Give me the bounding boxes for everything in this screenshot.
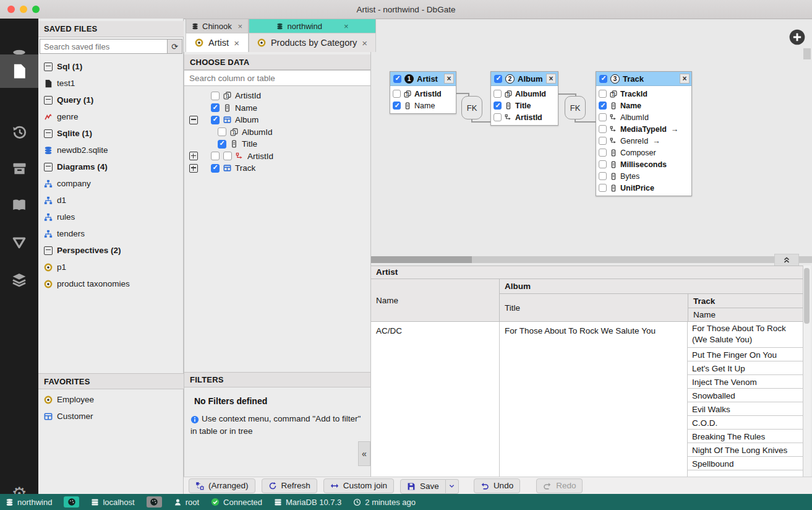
checkbox[interactable] xyxy=(599,137,607,145)
tree-column-artistid[interactable]: ArtistId xyxy=(184,90,370,102)
tab-artist[interactable]: Artist × xyxy=(186,33,249,52)
status-server[interactable]: localhost xyxy=(91,498,134,507)
close-icon[interactable]: × xyxy=(344,22,349,31)
grid-cell-track[interactable]: Let's Get It Up xyxy=(688,361,803,375)
save-button[interactable]: Save xyxy=(400,479,446,494)
collapse-icon[interactable] xyxy=(44,63,53,71)
checkbox[interactable] xyxy=(393,90,401,98)
status-user[interactable]: root xyxy=(174,498,199,507)
checkbox[interactable] xyxy=(599,125,607,133)
favorite-item-customer[interactable]: Customer xyxy=(38,408,184,425)
collapse-icon[interactable] xyxy=(44,96,53,105)
collapse-panel-button[interactable]: « xyxy=(358,441,370,466)
save-options-dropdown[interactable] xyxy=(446,479,459,494)
saved-files-search-input[interactable] xyxy=(40,39,167,54)
designer-column[interactable]: Milliseconds xyxy=(596,158,691,170)
status-database[interactable]: northwind xyxy=(6,498,52,507)
tree-group-sqlite[interactable]: Sqlite (1) xyxy=(38,125,184,142)
archive-nav-icon[interactable] xyxy=(0,152,38,185)
checkbox[interactable] xyxy=(599,113,607,121)
grid-column-title[interactable]: Title xyxy=(500,294,688,322)
fk-join-badge[interactable]: FK xyxy=(565,96,586,119)
checkbox[interactable] xyxy=(494,75,502,83)
tree-item-newdb2[interactable]: newdb2.sqlite xyxy=(38,142,184,158)
close-icon[interactable]: × xyxy=(234,38,239,48)
close-icon[interactable]: × xyxy=(680,74,690,84)
refresh-saved-files-button[interactable]: ⟳ xyxy=(167,39,182,54)
checkbox[interactable] xyxy=(494,102,502,110)
collapse-icon[interactable] xyxy=(44,129,53,138)
designer-column[interactable]: Title xyxy=(491,100,558,111)
horizontal-scrollbar-thumb[interactable] xyxy=(371,256,472,263)
checkbox[interactable] xyxy=(599,172,607,180)
close-icon[interactable]: × xyxy=(237,22,242,31)
checkbox[interactable] xyxy=(599,160,607,168)
grid-cell-track[interactable]: C.O.D. xyxy=(688,416,803,430)
collapse-icon[interactable] xyxy=(189,116,198,124)
layers-nav-icon[interactable] xyxy=(0,263,38,296)
tree-fk-artistid[interactable]: ArtistId xyxy=(184,150,370,163)
designer-column[interactable]: AlbumId xyxy=(596,111,691,123)
undo-button[interactable]: Undo xyxy=(474,478,520,493)
files-nav-icon[interactable] xyxy=(0,54,38,88)
book-nav-icon[interactable] xyxy=(0,188,38,222)
checkbox[interactable] xyxy=(599,102,607,110)
checkbox[interactable] xyxy=(211,116,220,124)
checkbox[interactable] xyxy=(211,152,220,160)
tree-column-name[interactable]: Name xyxy=(184,102,370,115)
collapse-icon[interactable] xyxy=(44,246,53,255)
grid-cell-track[interactable]: Night Of The Long Knives xyxy=(688,443,803,457)
grid-cell-track[interactable]: Evil Walks xyxy=(688,402,803,416)
tree-column-albumid[interactable]: AlbumId xyxy=(184,126,370,139)
tab-products-by-category[interactable]: Products by Category × xyxy=(249,33,376,52)
grid-cell-track[interactable]: Breaking The Rules xyxy=(688,430,803,443)
close-icon[interactable]: × xyxy=(362,38,367,48)
tree-item-genre[interactable]: genre xyxy=(38,108,184,125)
history-nav-icon[interactable] xyxy=(0,115,38,149)
designer-column[interactable]: Bytes xyxy=(596,170,691,182)
grid-cell-track[interactable]: Put The Finger On You xyxy=(688,348,803,361)
designer-column[interactable]: ArtistId xyxy=(491,111,558,123)
grid-column-track-name[interactable]: Name xyxy=(688,308,803,322)
column-search-input[interactable] xyxy=(184,70,370,86)
tree-item-d1[interactable]: d1 xyxy=(38,192,184,209)
collapse-up-button[interactable] xyxy=(775,254,798,265)
designer-table-album[interactable]: 2 Album × AlbumId Title ArtistId xyxy=(490,71,558,126)
close-icon[interactable]: × xyxy=(444,74,454,84)
arranged-button[interactable]: (Arranged) xyxy=(189,478,255,493)
collapse-icon[interactable] xyxy=(44,163,53,171)
designer-column[interactable]: UnitPrice xyxy=(596,182,691,194)
designer-table-track[interactable]: 3 Track × TrackId Name AlbumId MediaType… xyxy=(596,71,692,196)
checkbox[interactable] xyxy=(494,113,502,121)
grid-vertical-scrollbar-thumb[interactable] xyxy=(804,268,810,324)
tree-item-product-taxonomies[interactable]: product taxonomies xyxy=(38,275,184,292)
fk-join-badge[interactable]: FK xyxy=(461,96,482,119)
grid-cell-track[interactable]: For Those About To Rock (We Salute You) xyxy=(688,322,803,348)
close-icon[interactable]: × xyxy=(546,74,556,84)
checkbox[interactable] xyxy=(211,164,220,173)
custom-join-button[interactable]: Custom join xyxy=(323,478,394,493)
designer-column[interactable]: AlbumId xyxy=(491,88,558,100)
triangle-nav-icon[interactable] xyxy=(0,225,38,259)
tree-column-title[interactable]: Title xyxy=(184,138,370,150)
tree-table-track[interactable]: Track xyxy=(184,162,370,175)
connection-color-badge[interactable] xyxy=(64,496,79,508)
designer-column[interactable]: MediaTypeId→ xyxy=(596,123,691,135)
designer-column[interactable]: Name xyxy=(596,100,691,111)
checkbox[interactable] xyxy=(218,127,226,136)
checkbox[interactable] xyxy=(211,92,220,100)
tree-group-query[interactable]: Query (1) xyxy=(38,92,184,108)
designer-column[interactable]: TrackId xyxy=(596,88,691,100)
expand-icon[interactable] xyxy=(189,164,198,173)
tree-item-tenders[interactable]: tenders xyxy=(38,225,184,242)
designer-column[interactable]: ArtistId xyxy=(390,88,456,100)
refresh-button[interactable]: Refresh xyxy=(262,478,317,493)
grid-cell-album[interactable]: For Those About To Rock We Salute You xyxy=(500,322,688,477)
tree-group-sql[interactable]: Sql (1) xyxy=(38,58,184,75)
checkbox[interactable] xyxy=(599,149,607,157)
checkbox[interactable] xyxy=(599,90,607,98)
tree-item-test1[interactable]: test1 xyxy=(38,75,184,92)
designer-column[interactable]: Composer xyxy=(596,147,691,158)
checkbox[interactable] xyxy=(393,75,401,83)
designer-column[interactable]: GenreId→ xyxy=(596,135,691,147)
